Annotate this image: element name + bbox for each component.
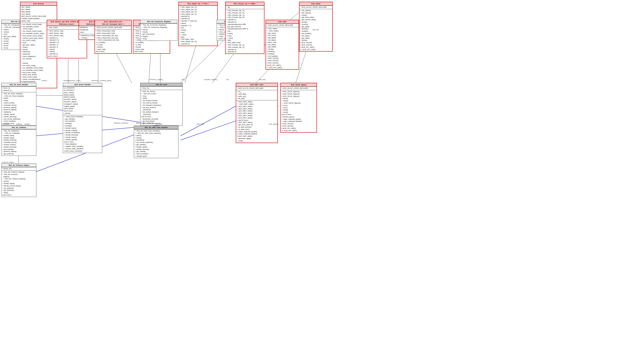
diagram-container: TAO_AV_Transport + TAO_AV_Transport() + … xyxy=(0,0,626,364)
ref-counting-policy-label: reference_counting_policy_ xyxy=(91,80,112,81)
flow-protocol-factories-label: flow_protocol_factories_ xyxy=(136,122,154,124)
av-core-label: av_core_ xyxy=(156,123,163,125)
tao-av-connector-registry-header: TAO_AV_Connector_Registry xyxy=(140,20,177,23)
svg-line-24 xyxy=(149,49,151,83)
tao-av-flow-handler-box: TAO_AV_Flow_Handler # timer_id_ # timeou… xyxy=(1,83,36,126)
peer-addr-label: peer_addr_ xyxy=(196,123,205,125)
ace-sock-dgram-box: ACE_SOCK_Dgram + ACE_ALLOC_HOOK_DECLARE … xyxy=(280,83,317,133)
handler-label: handler_ xyxy=(24,123,31,125)
tao-objref-var-t-poa-header: TAO_Objref_Var_T< POA > xyxy=(179,2,217,5)
tao-av-udp-flow-handler-box: TAO_AV_UDP_Flow_Handler + TAO_AV_UDP_Flo… xyxy=(134,126,178,158)
ace-addr-box: ACE_Addr + ACE_ALLOC_HOOK_DECLARE + ACE_… xyxy=(266,20,299,70)
protocol-object-label: protocol_object_ xyxy=(2,161,15,163)
reference-count-label: reference_count_ xyxy=(68,80,81,81)
connections-svg xyxy=(0,0,626,364)
svg-line-11 xyxy=(181,106,236,136)
tao-pseudo-var-t-orb-box: TAO_Pseudo_Var_T< ORB > + ptr_ + TAO_Pse… xyxy=(225,2,265,54)
connector-registry-label: connector_registry_ xyxy=(149,78,163,80)
sap-any-label2: sap_any xyxy=(312,29,319,31)
ace-unbounded-transport-box: ACE_Unbounded_Set<TAO_AV_Transport_Item … xyxy=(95,20,132,54)
tao-av-core-box: TAO_AV_Core # stop_run_ + TAO_AV_Core() … xyxy=(140,83,183,126)
tao-av-udp-flow-handler-header: TAO_AV_UDP_Flow_Handler xyxy=(134,126,178,129)
ace-event-handler-header: ACE_Event_Handler xyxy=(63,83,102,86)
tao-av-callback-box: TAO_AV_Callback + TAO_AV_Callback() + ~T… xyxy=(1,126,36,156)
ace-reactor-header: ACE_Reactor xyxy=(20,2,57,5)
sap-any-label: sap_any xyxy=(259,78,266,80)
ace-sock-dgram-header: ACE_SOCK_Dgram xyxy=(281,83,316,87)
ace-event-handler-box: ACE_Event_Handler LO_PRIORITY HI_PRIORIT… xyxy=(63,83,102,153)
tao-av-core-header: TAO_AV_Core xyxy=(140,83,183,86)
ace-sock-box: ACE_SOCK + ACE_ALLOC_HOOK_DECLARE + set_… xyxy=(299,2,333,52)
tao-av-protocol-object-header: TAO_AV_Protocol_Object xyxy=(1,164,36,167)
sock-dgram-label: sock_dgram_ xyxy=(269,123,279,125)
svg-line-20 xyxy=(185,42,197,83)
ace-addr-header: ACE_Addr xyxy=(266,20,299,24)
svg-line-23 xyxy=(114,49,132,83)
transport-label: transport_ xyxy=(2,123,10,125)
ace-inet-addr-box: ACE_INET_Addr + ACE_ALLOC_HOOK_DECLARE +… xyxy=(236,83,278,143)
tao-av-protocol-object-box: TAO_AV_Protocol_Object # policy_list_ + … xyxy=(1,164,36,197)
tao-av-callback-header: TAO_AV_Callback xyxy=(1,126,36,129)
poa-label: poa_ xyxy=(182,78,186,80)
tao-av-connector-registry-box: TAO_AV_Connector_Registry + TAO_AV_Conne… xyxy=(140,20,177,41)
tao-av-flow-handler-header: TAO_AV_Flow_Handler xyxy=(1,83,36,86)
orb-label: orb_ xyxy=(226,78,230,80)
tao-objref-var-t-poa-box: TAO_Objref_Var_T< POA > + TAO_Objref_Var… xyxy=(178,2,218,46)
tao-pseudo-var-t-orb-header: TAO_Pseudo_Var_T< ORB > xyxy=(226,2,264,5)
ace-unbounded-transport-header: ACE_Unbounded_Set<TAO_AV_Transport_Item … xyxy=(95,20,131,26)
acceptor-registry-label: acceptor_registry_ xyxy=(204,78,218,80)
ace-inet-addr-header: ACE_INET_Addr xyxy=(236,83,277,87)
transport-factories-label: transport_factories_ xyxy=(114,122,129,124)
ace-sock-header: ACE_SOCK xyxy=(300,2,332,5)
reactor-label1: reactor_ xyxy=(42,80,48,81)
callback-label: callback_ xyxy=(16,123,23,125)
